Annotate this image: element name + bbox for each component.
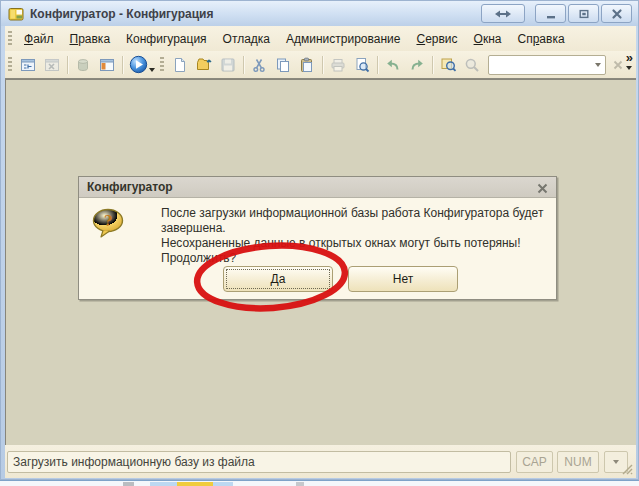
menu-file[interactable]: Файл [16,29,62,49]
interface-panel-button[interactable] [96,54,118,76]
menubar-gripper[interactable] [8,31,12,47]
toolbar-gripper-2[interactable] [160,57,164,73]
no-button[interactable]: Нет [348,266,458,292]
cut-icon [251,57,267,73]
toolbar-overflow[interactable]: » [626,53,633,70]
print-icon [330,57,346,73]
save-button[interactable] [217,54,239,76]
dialog-message-line: Несохраненные данные в открытых окнах мо… [161,236,556,251]
paste-icon [299,57,315,73]
menubar: Файл Правка Конфигурация Отладка Админис… [5,26,636,51]
new-document-button[interactable] [169,54,191,76]
start-debugging-icon [129,55,148,74]
search-combo-input[interactable] [488,55,606,75]
confirm-dialog: Конфигуратор ? После загрузки информацио… [78,176,557,300]
menu-service[interactable]: Сервис [408,29,465,49]
close-icon [611,8,623,20]
taskbar-segment [123,482,134,486]
restore-icon [578,8,590,20]
caps-lock-indicator: CAP [516,451,553,473]
new-document-icon [172,57,188,73]
dialog-close-icon [537,183,548,194]
statusbar: Загрузить информационную базу из файла C… [5,445,636,478]
menu-help[interactable]: Справка [509,29,572,49]
find-icon [440,56,457,73]
close-configuration-button[interactable] [41,54,63,76]
minimize-button[interactable] [535,4,566,23]
close-button[interactable] [601,4,632,23]
switch-window-icon [494,8,512,20]
dialog-message: После загрузки информационной базы работ… [161,206,556,266]
print-preview-button[interactable] [351,54,373,76]
copy-button[interactable] [272,54,294,76]
toolbar-separator [322,56,323,74]
open-file-icon [196,56,213,73]
print-button[interactable] [327,54,349,76]
dialog-message-line: Продолжить? [161,251,556,266]
toolbar-separator [243,56,244,74]
dialog-title: Конфигуратор [87,180,173,194]
overflow-dropdown-arrow-icon [626,66,632,70]
toolbar: » [5,51,636,79]
debug-dropdown-arrow-icon[interactable] [149,68,155,72]
zoom-icon [464,57,480,73]
window-title: Конфигуратор - Конфигурация [30,7,213,21]
paste-button[interactable] [296,54,318,76]
titlebar: Конфигуратор - Конфигурация [1,1,638,26]
redo-icon [409,57,425,73]
num-lock-indicator: NUM [557,451,599,473]
resize-grip[interactable] [621,463,634,476]
menu-windows[interactable]: Окна [466,29,510,49]
find-button[interactable] [437,54,459,76]
menu-administration[interactable]: Администрирование [278,29,408,49]
status-message: Загрузить информационную базу из файла [7,451,511,473]
combo-clear-icon [613,60,623,70]
open-configuration-button[interactable] [17,54,39,76]
open-file-button[interactable] [193,54,215,76]
interface-panel-icon [99,57,115,73]
save-icon [220,57,236,73]
menu-edit[interactable]: Правка [62,29,119,49]
copy-icon [275,57,291,73]
undo-button[interactable] [382,54,404,76]
screen: Конфигуратор - Конфигурация [0,0,639,486]
menu-debug[interactable]: Отладка [215,29,278,49]
undo-icon [385,57,401,73]
minimize-icon [545,8,557,20]
window-controls [479,4,632,23]
svg-text:?: ? [104,213,112,229]
taskbar-sliver [0,480,639,486]
search-combo [488,55,628,75]
question-bubble-icon: ? [91,207,127,243]
database-icon [75,57,91,73]
dialog-close-button[interactable] [535,181,550,195]
close-configuration-icon [44,57,60,73]
restore-button[interactable] [568,4,599,23]
dialog-message-line: После загрузки информационной базы работ… [161,206,556,236]
overflow-chevron-icon: » [626,53,633,63]
menu-configuration[interactable]: Конфигурация [118,29,215,49]
switch-window-button[interactable] [481,4,525,23]
print-preview-icon [354,57,370,73]
database-button[interactable] [72,54,94,76]
yes-button[interactable]: Да [223,266,333,292]
taskbar-segment [296,482,304,486]
app-icon [8,6,24,22]
toolbar-gripper-1[interactable] [8,57,12,73]
toolbar-separator [377,56,378,74]
toolbar-separator [122,56,123,74]
redo-button[interactable] [406,54,428,76]
taskbar-segment [177,482,213,486]
combo-dropdown-arrow-icon[interactable] [595,63,601,67]
start-debugging-button[interactable] [127,54,149,76]
dialog-titlebar: Конфигуратор [79,177,556,198]
toolbar-separator [432,56,433,74]
toolbar-separator [67,56,68,74]
open-configuration-icon [20,57,36,73]
zoom-button[interactable] [461,54,483,76]
status-dropdown-arrow-icon [613,460,619,464]
cut-button[interactable] [248,54,270,76]
